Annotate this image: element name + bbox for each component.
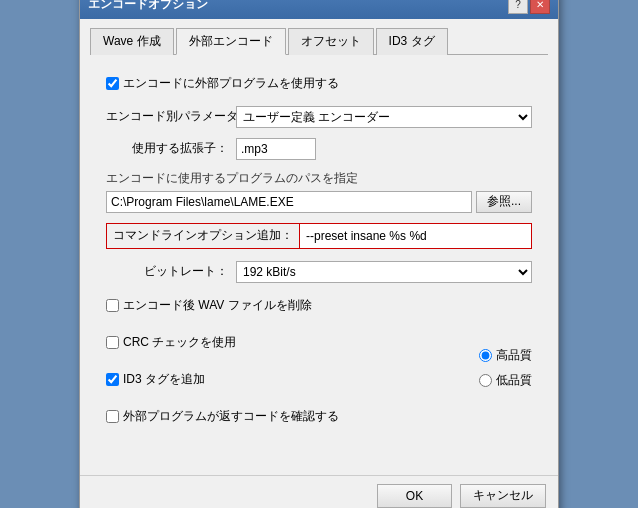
encoder-param-label: エンコード別パラメータ選択： bbox=[106, 108, 236, 125]
check-return-checkbox[interactable] bbox=[106, 410, 119, 423]
add-id3-checkbox[interactable] bbox=[106, 373, 119, 386]
cmdline-label: コマンドラインオプション追加： bbox=[107, 224, 299, 247]
encoder-param-row: エンコード別パラメータ選択： ユーザー定義 エンコーダー bbox=[106, 106, 532, 128]
extension-label: 使用する拡張子： bbox=[106, 140, 236, 157]
bottom-buttons: OK キャンセル bbox=[80, 475, 558, 509]
tab-offset[interactable]: オフセット bbox=[288, 28, 374, 55]
cmdline-row: コマンドラインオプション追加： bbox=[106, 223, 532, 249]
encoder-param-select[interactable]: ユーザー定義 エンコーダー bbox=[236, 106, 532, 128]
main-area: エンコードに外部プログラムを使用する エンコード別パラメータ選択： ユーザー定義… bbox=[90, 67, 548, 465]
ok-button[interactable]: OK bbox=[377, 484, 452, 508]
tab-bar: Wave 作成 外部エンコード オフセット ID3 タグ bbox=[90, 27, 548, 55]
delete-wav-checkbox[interactable] bbox=[106, 299, 119, 312]
program-path-section-label: エンコードに使用するプログラムのパスを指定 bbox=[106, 170, 532, 187]
dialog-content: Wave 作成 外部エンコード オフセット ID3 タグ エンコードに外部プログ… bbox=[80, 19, 558, 475]
title-bar: エンコードオプション ? ✕ bbox=[80, 0, 558, 19]
close-button[interactable]: ✕ bbox=[530, 0, 550, 14]
checkboxes-col: エンコード後 WAV ファイルを削除 CRC チェックを使用 ID3 タグを追加… bbox=[106, 297, 439, 439]
add-id3-row: ID3 タグを追加 bbox=[106, 371, 439, 388]
bitrate-row: ビットレート： 192 kBit/s bbox=[106, 261, 532, 283]
delete-wav-row: エンコード後 WAV ファイルを削除 bbox=[106, 297, 439, 314]
use-crc-label: CRC チェックを使用 bbox=[123, 334, 236, 351]
delete-wav-label: エンコード後 WAV ファイルを削除 bbox=[123, 297, 312, 314]
low-quality-label: 低品質 bbox=[496, 372, 532, 389]
bitrate-label: ビットレート： bbox=[106, 263, 236, 280]
help-button[interactable]: ? bbox=[508, 0, 528, 14]
radio-col: 高品質 低品質 bbox=[439, 297, 532, 439]
options-section: エンコード後 WAV ファイルを削除 CRC チェックを使用 ID3 タグを追加… bbox=[106, 297, 532, 439]
use-external-checkbox[interactable] bbox=[106, 77, 119, 90]
use-external-label: エンコードに外部プログラムを使用する bbox=[123, 75, 339, 92]
encode-options-dialog: エンコードオプション ? ✕ Wave 作成 外部エンコード オフセット ID3… bbox=[79, 0, 559, 508]
low-quality-row: 低品質 bbox=[479, 372, 532, 389]
extension-input[interactable] bbox=[236, 138, 316, 160]
dialog-title: エンコードオプション bbox=[88, 0, 208, 13]
tab-id3[interactable]: ID3 タグ bbox=[376, 28, 448, 55]
add-id3-label: ID3 タグを追加 bbox=[123, 371, 205, 388]
cancel-button[interactable]: キャンセル bbox=[460, 484, 546, 508]
cmdline-input[interactable] bbox=[299, 224, 531, 248]
extension-row: 使用する拡張子： bbox=[106, 138, 532, 160]
program-path-input[interactable] bbox=[106, 191, 472, 213]
high-quality-label: 高品質 bbox=[496, 347, 532, 364]
title-bar-controls: ? ✕ bbox=[508, 0, 550, 14]
low-quality-radio[interactable] bbox=[479, 374, 492, 387]
check-return-label: 外部プログラムが返すコードを確認する bbox=[123, 408, 339, 425]
bitrate-select[interactable]: 192 kBit/s bbox=[236, 261, 532, 283]
use-crc-checkbox[interactable] bbox=[106, 336, 119, 349]
high-quality-radio[interactable] bbox=[479, 349, 492, 362]
high-quality-row: 高品質 bbox=[479, 347, 532, 364]
tab-wave[interactable]: Wave 作成 bbox=[90, 28, 174, 55]
tab-external-encode[interactable]: 外部エンコード bbox=[176, 28, 286, 55]
check-return-row: 外部プログラムが返すコードを確認する bbox=[106, 408, 439, 425]
use-external-row: エンコードに外部プログラムを使用する bbox=[106, 75, 532, 92]
use-crc-row: CRC チェックを使用 bbox=[106, 334, 439, 351]
browse-button[interactable]: 参照... bbox=[476, 191, 532, 213]
program-path-row: 参照... bbox=[106, 191, 532, 213]
